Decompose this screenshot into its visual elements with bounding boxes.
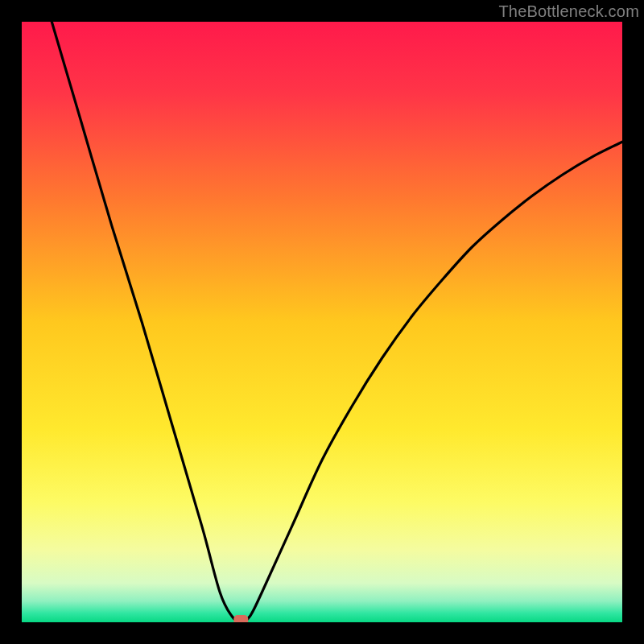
chart-background xyxy=(22,22,622,622)
credit-label: TheBottleneck.com xyxy=(498,2,639,21)
chart-frame xyxy=(22,22,622,622)
minimum-marker xyxy=(233,615,248,622)
chart-svg xyxy=(22,22,622,622)
